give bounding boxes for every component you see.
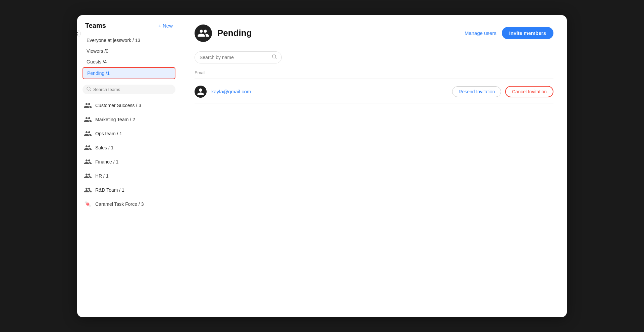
team-icon-finance	[84, 158, 92, 166]
invite-members-button[interactable]: Invite members	[502, 27, 553, 39]
sidebar-title: Teams	[85, 22, 106, 30]
cancel-invitation-button[interactable]: Cancel Invitation	[505, 86, 553, 97]
team-label-customer-success: Customer Success / 3	[95, 103, 141, 108]
pending-user-email: kayla@gmail.com	[211, 89, 452, 94]
team-label-ops: Ops team / 1	[95, 131, 122, 136]
team-icon-ops	[84, 130, 92, 138]
team-icon-hr	[84, 172, 92, 180]
team-item-caramel[interactable]: 🍬 Caramel Task Force / 3	[80, 197, 178, 211]
team-item-hr[interactable]: HR / 1	[80, 169, 178, 183]
team-list: Customer Success / 3 Marketing Team / 2 …	[77, 98, 181, 311]
team-icon-caramel: 🍬	[84, 200, 92, 208]
team-icon-sales	[84, 144, 92, 152]
pending-user-avatar	[195, 86, 207, 98]
search-name-box	[195, 51, 282, 63]
sidebar-nav: Everyone at jesswork / 13 Viewers /0 Gue…	[77, 35, 181, 79]
team-icon-customer-success	[84, 101, 92, 109]
team-icon-marketing	[84, 115, 92, 124]
team-item-ops[interactable]: Ops team / 1	[80, 127, 178, 141]
team-label-sales: Sales / 1	[95, 145, 113, 150]
search-teams-icon	[87, 87, 91, 92]
main-content: Pending Manage users Invite members Emai…	[181, 15, 567, 317]
sidebar-item-everyone[interactable]: Everyone at jesswork / 13	[83, 35, 175, 46]
page-title-area: Pending	[195, 25, 252, 42]
sidebar: ❮ Teams + New Everyone at jesswork / 13 …	[77, 15, 181, 317]
manage-users-button[interactable]: Manage users	[465, 30, 496, 36]
header-actions: Manage users Invite members	[465, 27, 553, 39]
sidebar-header: Teams + New	[77, 22, 181, 35]
search-name-icon	[272, 54, 277, 60]
sidebar-item-viewers[interactable]: Viewers /0	[83, 46, 175, 56]
svg-line-1	[90, 90, 91, 91]
team-icon-rnd	[84, 186, 92, 194]
row-actions: Resend Invitation Cancel Invitation	[452, 86, 553, 97]
team-item-customer-success[interactable]: Customer Success / 3	[80, 98, 178, 112]
team-item-rnd[interactable]: R&D Team / 1	[80, 183, 178, 197]
team-label-marketing: Marketing Team / 2	[95, 117, 135, 122]
email-column-header: Email	[195, 70, 553, 79]
page-avatar	[195, 25, 212, 42]
team-item-marketing[interactable]: Marketing Team / 2	[80, 112, 178, 127]
team-label-caramel: Caramel Task Force / 3	[95, 201, 144, 207]
team-label-finance: Finance / 1	[95, 159, 118, 164]
pending-row: kayla@gmail.com Resend Invitation Cancel…	[195, 80, 553, 103]
search-name-wrapper	[195, 51, 553, 63]
page-title: Pending	[217, 28, 252, 38]
svg-line-3	[275, 58, 276, 59]
team-label-rnd: R&D Team / 1	[95, 187, 124, 193]
team-label-hr: HR / 1	[95, 173, 109, 179]
search-teams-input[interactable]	[93, 87, 171, 92]
search-teams-wrapper	[77, 82, 181, 98]
main-header: Pending Manage users Invite members	[195, 25, 553, 42]
team-item-finance[interactable]: Finance / 1	[80, 155, 178, 169]
search-teams-box	[83, 85, 175, 94]
sidebar-item-guests[interactable]: Guests /4	[83, 56, 175, 67]
new-team-button[interactable]: + New	[158, 23, 173, 29]
search-name-input[interactable]	[200, 55, 269, 60]
sidebar-item-pending[interactable]: Pending /1	[83, 67, 175, 79]
team-item-sales[interactable]: Sales / 1	[80, 141, 178, 155]
resend-invitation-button[interactable]: Resend Invitation	[452, 86, 501, 97]
